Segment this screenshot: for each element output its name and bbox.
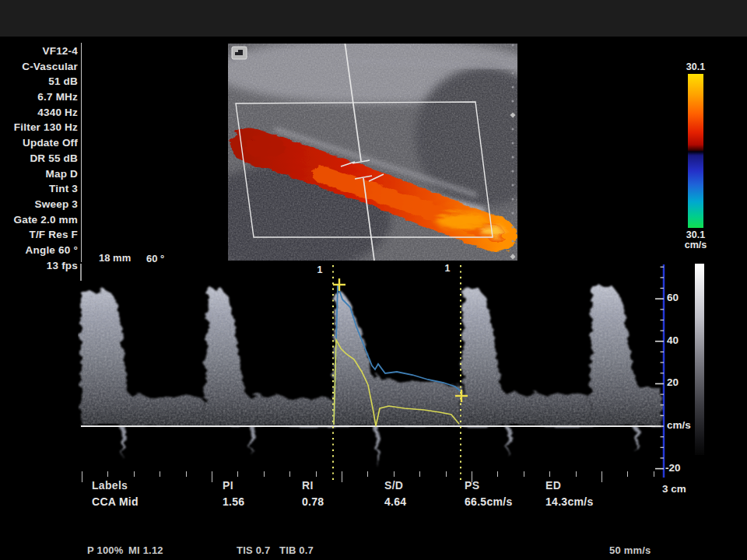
status-mi: MI 1.12 bbox=[128, 544, 163, 556]
param-filter: Filter 130 Hz bbox=[0, 120, 78, 135]
param-gain: 51 dB bbox=[0, 74, 78, 89]
sidebar-divider bbox=[81, 43, 82, 262]
spectral-grayscale-bar bbox=[695, 264, 704, 455]
vel-label-unit: cm/s bbox=[667, 419, 691, 431]
orientation-marker-icon bbox=[232, 47, 247, 59]
param-transducer: VF12-4 bbox=[0, 44, 78, 59]
vel-label-40: 40 bbox=[667, 334, 679, 346]
time-tick bbox=[186, 471, 187, 477]
status-sweep-speed: 50 mm/s bbox=[609, 544, 651, 556]
time-tick bbox=[264, 471, 265, 477]
time-tick bbox=[134, 471, 135, 477]
meas-col-ed-header: ED bbox=[545, 479, 561, 492]
param-tf-res: T/F Res F bbox=[0, 227, 78, 243]
ultrasound-screen: VF12-4 C-Vascular 51 dB 6.7 MHz 4340 Hz … bbox=[0, 0, 747, 560]
time-tick bbox=[367, 471, 368, 477]
meas-col-pi-header: PI bbox=[223, 479, 233, 492]
status-power: P 100% bbox=[87, 544, 124, 556]
time-tick bbox=[446, 471, 447, 477]
time-tick bbox=[654, 471, 654, 477]
meas-col-sd-value: 4.64 bbox=[384, 495, 406, 508]
meas-col-pi-value: 1.56 bbox=[223, 495, 244, 508]
meas-col-ri-header: RI bbox=[302, 479, 314, 492]
meas-col-ps-header: PS bbox=[465, 479, 479, 492]
param-framerate: 13 fps bbox=[0, 258, 78, 274]
meas-col-sd-header: S/D bbox=[384, 479, 403, 492]
top-bar bbox=[0, 0, 747, 37]
spectral-doppler-display bbox=[78, 263, 669, 482]
spectral-waveform bbox=[78, 263, 669, 482]
param-gate: Gate 2.0 mm bbox=[0, 212, 78, 228]
status-tis: TIS 0.7 bbox=[237, 544, 270, 556]
meas-col-labels-value: CCA Mid bbox=[92, 495, 139, 508]
param-map: Map D bbox=[0, 166, 78, 182]
meas-col-labels-header: Labels bbox=[92, 479, 128, 492]
param-angle: Angle 60 ° bbox=[0, 243, 78, 258]
time-tick bbox=[316, 471, 317, 477]
param-preset: C-Vascular bbox=[0, 59, 78, 75]
time-tick bbox=[160, 471, 160, 477]
gate-size-label: 18 mm bbox=[99, 252, 131, 264]
time-tick bbox=[419, 471, 420, 477]
color-scale-top-value: 30.1 bbox=[679, 61, 713, 72]
time-tick bbox=[342, 471, 342, 482]
time-tick bbox=[107, 471, 108, 477]
time-tick bbox=[212, 471, 212, 482]
param-tint: Tint 3 bbox=[0, 181, 78, 197]
time-tick bbox=[394, 471, 395, 477]
param-sweep: Sweep 3 bbox=[0, 197, 78, 212]
time-tick bbox=[627, 471, 628, 477]
param-update: Update Off bbox=[0, 135, 78, 151]
param-frequency: 6.7 MHz bbox=[0, 89, 78, 105]
time-ruler bbox=[78, 471, 669, 485]
vel-label-60: 60 bbox=[667, 292, 679, 303]
meas-col-ed-value: 14.3cm/s bbox=[545, 495, 594, 508]
status-tib: TIB 0.7 bbox=[279, 544, 314, 556]
parameter-sidebar: VF12-4 C-Vascular 51 dB 6.7 MHz 4340 Hz … bbox=[0, 44, 78, 273]
time-tick bbox=[524, 471, 524, 477]
cursor2-number: 1 bbox=[442, 263, 453, 274]
time-tick bbox=[82, 471, 82, 482]
meas-col-ri-value: 0.78 bbox=[302, 495, 324, 508]
param-dynamic-range: DR 55 dB bbox=[0, 151, 78, 166]
color-scale-bottom-value: 30.1 bbox=[679, 229, 713, 240]
vel-label-20: 20 bbox=[667, 376, 679, 388]
time-tick bbox=[576, 471, 577, 477]
cursor1-number: 1 bbox=[314, 264, 325, 275]
time-tick bbox=[289, 471, 290, 477]
color-velocity-bar bbox=[688, 74, 703, 228]
time-tick bbox=[237, 471, 238, 477]
time-tick bbox=[497, 471, 498, 477]
meas-col-ps-value: 66.5cm/s bbox=[465, 495, 513, 508]
bmode-color-doppler-image bbox=[228, 44, 517, 261]
time-tick bbox=[601, 471, 602, 482]
time-tick bbox=[549, 471, 550, 477]
color-scale-unit: cm/s bbox=[679, 240, 713, 250]
param-prf: 4340 Hz bbox=[0, 105, 78, 121]
